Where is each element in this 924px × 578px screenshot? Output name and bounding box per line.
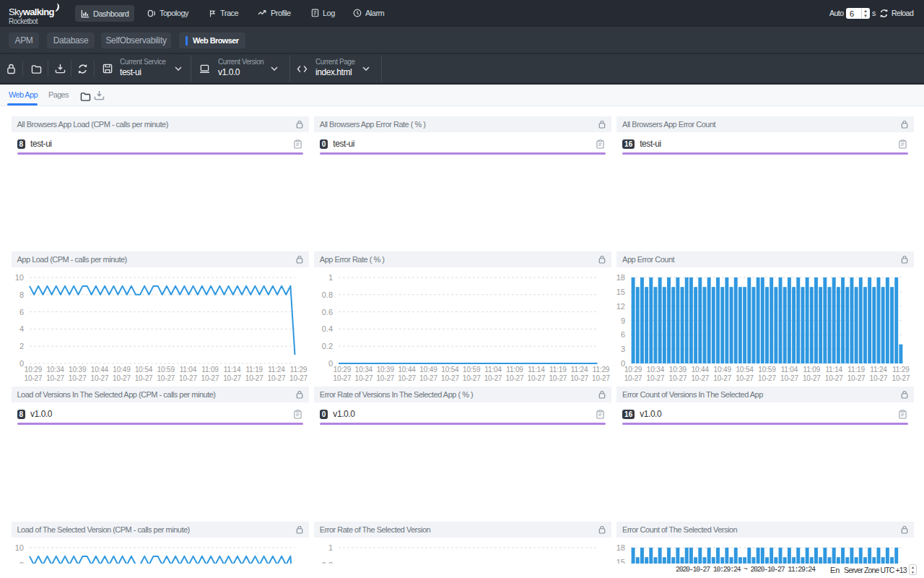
svg-text:11:09: 11:09 (201, 366, 219, 374)
svg-text:11:04: 11:04 (781, 366, 798, 374)
svg-text:10-27: 10-27 (484, 374, 502, 382)
svg-text:10-27: 10-27 (333, 374, 351, 382)
svg-text:10-27: 10-27 (570, 374, 588, 382)
svg-text:10:59: 10:59 (157, 366, 175, 374)
svg-text:10-27: 10-27 (113, 374, 131, 382)
svg-text:10-27: 10-27 (847, 374, 866, 382)
svg-text:1: 1 (328, 273, 333, 282)
svg-text:10:54: 10:54 (441, 366, 459, 374)
svg-text:0.8: 0.8 (322, 290, 333, 299)
svg-text:10-27: 10-27 (892, 374, 910, 382)
svg-text:0.6: 0.6 (322, 308, 333, 316)
svg-text:11:24: 11:24 (268, 366, 285, 374)
svg-text:11:29: 11:29 (289, 366, 307, 374)
svg-text:10: 10 (14, 273, 23, 282)
svg-text:10-27: 10-27 (691, 374, 709, 382)
svg-text:10-27: 10-27 (376, 374, 394, 382)
svg-text:10:59: 10:59 (758, 366, 776, 374)
svg-text:11:19: 11:19 (847, 366, 865, 374)
svg-text:10-27: 10-27 (354, 374, 372, 382)
svg-text:10-27: 10-27 (803, 374, 821, 382)
svg-text:10-27: 10-27 (68, 374, 86, 382)
svg-text:10-27: 10-27 (134, 374, 152, 382)
svg-text:10-27: 10-27 (870, 374, 888, 382)
svg-text:10:54: 10:54 (736, 366, 754, 374)
svg-text:10-27: 10-27 (825, 374, 843, 382)
svg-text:0.2: 0.2 (322, 342, 333, 350)
svg-text:0: 0 (19, 359, 23, 368)
svg-text:11:14: 11:14 (826, 366, 843, 374)
svg-text:11:04: 11:04 (484, 366, 502, 374)
svg-text:11:14: 11:14 (528, 366, 545, 374)
svg-text:4: 4 (19, 324, 23, 333)
svg-text:10:49: 10:49 (419, 366, 437, 374)
svg-text:10:34: 10:34 (647, 366, 665, 374)
svg-text:10-27: 10-27 (758, 374, 776, 382)
svg-text:3: 3 (621, 345, 625, 353)
svg-text:10:59: 10:59 (463, 366, 481, 374)
svg-text:10:44: 10:44 (398, 366, 416, 374)
svg-text:11:24: 11:24 (571, 366, 588, 374)
svg-text:6: 6 (621, 330, 625, 339)
svg-text:10-27: 10-27 (90, 374, 108, 382)
svg-text:10-27: 10-27 (398, 374, 416, 382)
svg-text:10: 10 (14, 543, 23, 552)
svg-text:10-27: 10-27 (713, 374, 731, 382)
svg-text:15: 15 (616, 288, 625, 296)
svg-text:0: 0 (328, 359, 333, 368)
svg-text:18: 18 (616, 273, 625, 282)
svg-text:9: 9 (621, 316, 625, 325)
svg-text:10:34: 10:34 (355, 366, 373, 374)
svg-text:10-27: 10-27 (505, 374, 523, 382)
svg-text:11:24: 11:24 (870, 366, 887, 374)
svg-text:12: 12 (616, 302, 625, 311)
svg-text:10-27: 10-27 (592, 374, 610, 382)
svg-text:10:44: 10:44 (692, 366, 710, 374)
svg-text:10:39: 10:39 (669, 366, 687, 374)
svg-text:10:29: 10:29 (624, 366, 642, 374)
svg-text:10-27: 10-27 (223, 374, 241, 382)
svg-text:10-27: 10-27 (46, 374, 64, 382)
svg-text:11:19: 11:19 (245, 366, 263, 374)
svg-text:10:29: 10:29 (334, 366, 352, 374)
svg-text:8: 8 (19, 290, 23, 299)
svg-text:10:34: 10:34 (46, 366, 64, 374)
svg-text:10-27: 10-27 (736, 374, 754, 382)
svg-text:10-27: 10-27 (647, 374, 665, 382)
svg-text:18: 18 (616, 543, 625, 552)
svg-text:11:14: 11:14 (223, 366, 240, 374)
svg-text:10-27: 10-27 (441, 374, 459, 382)
svg-text:10-27: 10-27 (419, 374, 437, 382)
svg-text:10-27: 10-27 (669, 374, 687, 382)
svg-text:10:54: 10:54 (134, 366, 152, 374)
svg-text:10-27: 10-27 (24, 374, 42, 382)
svg-text:11:29: 11:29 (593, 366, 610, 374)
svg-text:10-27: 10-27 (245, 374, 263, 382)
svg-text:10-27: 10-27 (201, 374, 219, 382)
svg-text:11:04: 11:04 (179, 366, 196, 374)
svg-text:10-27: 10-27 (624, 374, 642, 382)
svg-text:10:44: 10:44 (90, 366, 108, 374)
svg-text:10-27: 10-27 (463, 374, 481, 382)
svg-text:11:09: 11:09 (803, 366, 821, 374)
svg-text:11:19: 11:19 (549, 366, 567, 374)
svg-text:11:29: 11:29 (892, 366, 910, 374)
svg-text:10-27: 10-27 (549, 374, 567, 382)
svg-text:10-27: 10-27 (157, 374, 175, 382)
svg-text:0.4: 0.4 (322, 324, 333, 333)
svg-text:10:39: 10:39 (376, 366, 394, 374)
svg-text:10-27: 10-27 (289, 374, 308, 382)
svg-text:6: 6 (19, 308, 23, 316)
svg-text:10-27: 10-27 (178, 374, 196, 382)
svg-text:10:39: 10:39 (69, 366, 87, 374)
svg-text:10-27: 10-27 (527, 374, 545, 382)
svg-text:10:49: 10:49 (714, 366, 732, 374)
svg-text:10-27: 10-27 (780, 374, 798, 382)
svg-text:10:49: 10:49 (113, 366, 131, 374)
svg-text:10:29: 10:29 (24, 366, 42, 374)
svg-text:11:09: 11:09 (506, 366, 523, 374)
svg-text:1: 1 (328, 543, 333, 552)
svg-text:10-27: 10-27 (267, 374, 285, 382)
svg-text:2: 2 (19, 342, 23, 350)
